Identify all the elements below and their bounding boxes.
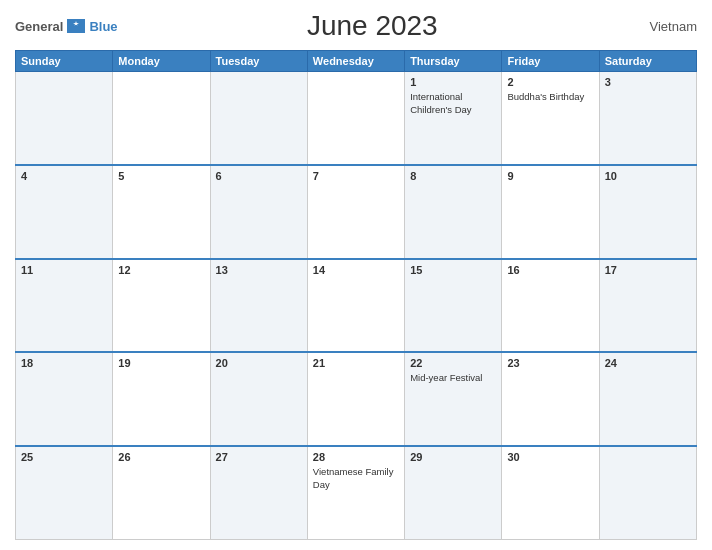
day-number: 30 xyxy=(507,451,593,463)
calendar-cell: 19 xyxy=(113,352,210,446)
day-number: 23 xyxy=(507,357,593,369)
calendar-cell: 3 xyxy=(599,72,696,166)
day-number: 16 xyxy=(507,264,593,276)
calendar-cell: 24 xyxy=(599,352,696,446)
header-tuesday: Tuesday xyxy=(210,51,307,72)
day-number: 3 xyxy=(605,76,691,88)
calendar-cell: 8 xyxy=(405,165,502,259)
day-number: 11 xyxy=(21,264,107,276)
calendar-cell: 1International Children's Day xyxy=(405,72,502,166)
calendar-cell: 9 xyxy=(502,165,599,259)
calendar-cell: 4 xyxy=(16,165,113,259)
day-number: 14 xyxy=(313,264,399,276)
calendar-cell xyxy=(210,72,307,166)
svg-rect-1 xyxy=(67,26,85,33)
calendar-cell: 22Mid-year Festival xyxy=(405,352,502,446)
event-label: Mid-year Festival xyxy=(410,372,482,383)
calendar-week-row: 1International Children's Day2Buddha's B… xyxy=(16,72,697,166)
calendar-cell: 12 xyxy=(113,259,210,353)
calendar-week-row: 1819202122Mid-year Festival2324 xyxy=(16,352,697,446)
calendar-week-row: 25262728Vietnamese Family Day2930 xyxy=(16,446,697,540)
flag-icon xyxy=(67,19,85,33)
calendar-cell: 14 xyxy=(307,259,404,353)
day-number: 21 xyxy=(313,357,399,369)
day-number: 8 xyxy=(410,170,496,182)
event-label: International Children's Day xyxy=(410,91,471,115)
logo: General Blue xyxy=(15,19,118,34)
calendar-cell: 18 xyxy=(16,352,113,446)
day-number: 12 xyxy=(118,264,204,276)
day-number: 25 xyxy=(21,451,107,463)
day-number: 20 xyxy=(216,357,302,369)
day-number: 13 xyxy=(216,264,302,276)
header-friday: Friday xyxy=(502,51,599,72)
calendar-cell: 5 xyxy=(113,165,210,259)
calendar-cell: 29 xyxy=(405,446,502,540)
calendar-cell: 17 xyxy=(599,259,696,353)
calendar-cell: 30 xyxy=(502,446,599,540)
header-thursday: Thursday xyxy=(405,51,502,72)
event-label: Buddha's Birthday xyxy=(507,91,584,102)
day-number: 22 xyxy=(410,357,496,369)
day-number: 26 xyxy=(118,451,204,463)
calendar-cell: 25 xyxy=(16,446,113,540)
logo-blue-text: Blue xyxy=(89,19,117,34)
day-number: 9 xyxy=(507,170,593,182)
calendar-cell: 26 xyxy=(113,446,210,540)
calendar-cell xyxy=(307,72,404,166)
calendar-cell: 10 xyxy=(599,165,696,259)
day-number: 27 xyxy=(216,451,302,463)
calendar-cell: 20 xyxy=(210,352,307,446)
header: General Blue June 2023 Vietnam xyxy=(15,10,697,42)
calendar-cell xyxy=(16,72,113,166)
calendar-title: June 2023 xyxy=(118,10,627,42)
calendar-cell: 27 xyxy=(210,446,307,540)
day-number: 5 xyxy=(118,170,204,182)
calendar-cell: 21 xyxy=(307,352,404,446)
calendar-cell xyxy=(113,72,210,166)
calendar-cell xyxy=(599,446,696,540)
calendar-cell: 2Buddha's Birthday xyxy=(502,72,599,166)
day-number: 2 xyxy=(507,76,593,88)
page: General Blue June 2023 Vietnam Sunday Mo… xyxy=(0,0,712,550)
day-number: 15 xyxy=(410,264,496,276)
calendar-cell: 6 xyxy=(210,165,307,259)
calendar-cell: 15 xyxy=(405,259,502,353)
event-label: Vietnamese Family Day xyxy=(313,466,394,490)
header-wednesday: Wednesday xyxy=(307,51,404,72)
calendar-table: Sunday Monday Tuesday Wednesday Thursday… xyxy=(15,50,697,540)
day-number: 29 xyxy=(410,451,496,463)
header-sunday: Sunday xyxy=(16,51,113,72)
header-saturday: Saturday xyxy=(599,51,696,72)
header-monday: Monday xyxy=(113,51,210,72)
calendar-cell: 7 xyxy=(307,165,404,259)
day-number: 10 xyxy=(605,170,691,182)
day-number: 1 xyxy=(410,76,496,88)
calendar-cell: 16 xyxy=(502,259,599,353)
calendar-cell: 23 xyxy=(502,352,599,446)
calendar-cell: 28Vietnamese Family Day xyxy=(307,446,404,540)
weekday-header-row: Sunday Monday Tuesday Wednesday Thursday… xyxy=(16,51,697,72)
day-number: 4 xyxy=(21,170,107,182)
day-number: 17 xyxy=(605,264,691,276)
day-number: 28 xyxy=(313,451,399,463)
country-label: Vietnam xyxy=(627,19,697,34)
day-number: 6 xyxy=(216,170,302,182)
day-number: 7 xyxy=(313,170,399,182)
calendar-cell: 13 xyxy=(210,259,307,353)
day-number: 18 xyxy=(21,357,107,369)
day-number: 24 xyxy=(605,357,691,369)
day-number: 19 xyxy=(118,357,204,369)
logo-general-text: General xyxy=(15,19,63,34)
calendar-week-row: 11121314151617 xyxy=(16,259,697,353)
calendar-cell: 11 xyxy=(16,259,113,353)
calendar-week-row: 45678910 xyxy=(16,165,697,259)
